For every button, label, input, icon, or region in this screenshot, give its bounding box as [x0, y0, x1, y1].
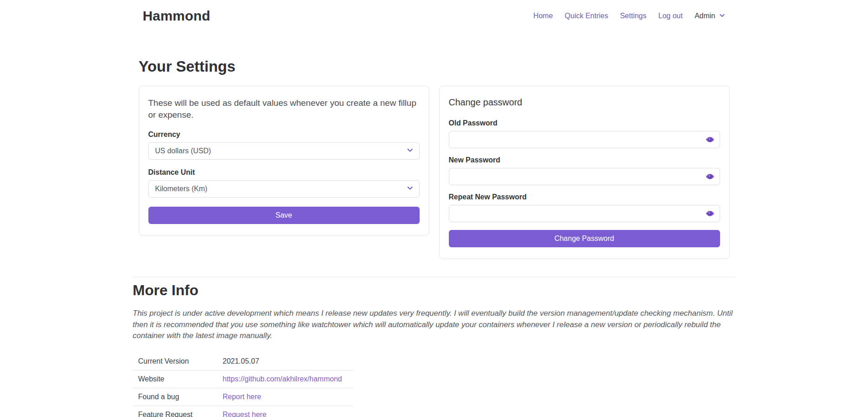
website-link[interactable]: https://github.com/akhilrex/hammond	[223, 375, 342, 383]
table-row: Feature Request Request here	[133, 406, 353, 417]
new-password-input[interactable]	[449, 168, 720, 185]
repeat-password-group: Repeat New Password	[449, 193, 720, 222]
change-password-button[interactable]: Change Password	[449, 230, 720, 247]
info-label: Feature Request	[133, 406, 217, 417]
nav-item-quick-entries[interactable]: Quick Entries	[565, 12, 608, 20]
old-password-wrap	[449, 131, 720, 148]
distance-unit-select[interactable]: Kilometers (Km)	[148, 180, 420, 198]
toggle-repeat-password-visibility-button[interactable]	[705, 209, 715, 218]
app-logo[interactable]: Hammond	[143, 8, 210, 24]
defaults-intro: These will be used as default values whe…	[148, 97, 420, 121]
change-password-card: Change password Old Password New Passwor…	[439, 86, 730, 259]
admin-menu-toggle[interactable]: Admin	[694, 12, 725, 21]
repeat-password-label: Repeat New Password	[449, 193, 720, 201]
old-password-label: Old Password	[449, 119, 720, 127]
old-password-input[interactable]	[449, 131, 720, 148]
settings-section: Your Settings These will be used as defa…	[133, 58, 736, 259]
table-row: Found a bug Report here	[133, 388, 353, 406]
admin-menu-label: Admin	[694, 12, 715, 20]
info-label: Website	[133, 370, 217, 388]
nav-item-home[interactable]: Home	[533, 12, 553, 20]
eye-icon	[705, 209, 715, 218]
new-password-label: New Password	[449, 156, 720, 164]
nav-item-logout[interactable]: Log out	[658, 12, 683, 20]
chevron-down-icon	[406, 184, 414, 193]
info-table: Current Version 2021.05.07 Website https…	[133, 353, 353, 417]
chevron-down-icon	[719, 12, 726, 21]
table-row: Website https://github.com/akhilrex/hamm…	[133, 370, 353, 388]
nav-item-settings[interactable]: Settings	[620, 12, 647, 20]
section-divider	[133, 277, 736, 277]
change-password-title: Change password	[449, 97, 720, 108]
feature-request-link[interactable]: Request here	[223, 411, 267, 417]
old-password-group: Old Password	[449, 119, 720, 148]
toggle-new-password-visibility-button[interactable]	[705, 172, 715, 181]
info-label: Current Version	[133, 353, 217, 370]
currency-select-value: US dollars (USD)	[155, 147, 211, 155]
distance-unit-select-value: Kilometers (Km)	[155, 185, 208, 193]
nav-links: Home Quick Entries Settings Log out Admi…	[533, 12, 725, 21]
development-note: This project is under active development…	[133, 308, 736, 342]
eye-icon	[705, 135, 715, 144]
current-version-value: 2021.05.07	[217, 353, 353, 370]
more-info-section: More Info This project is under active d…	[133, 277, 736, 417]
more-info-title: More Info	[133, 282, 736, 299]
table-row: Current Version 2021.05.07	[133, 353, 353, 370]
eye-icon	[705, 172, 715, 181]
defaults-card: These will be used as default values whe…	[139, 86, 429, 235]
new-password-wrap	[449, 168, 720, 185]
navbar: Hammond Home Quick Entries Settings Log …	[0, 0, 868, 32]
navbar-inner: Hammond Home Quick Entries Settings Log …	[133, 8, 736, 24]
chevron-down-icon	[406, 146, 414, 156]
repeat-password-input[interactable]	[449, 205, 720, 222]
currency-select[interactable]: US dollars (USD)	[148, 142, 420, 160]
currency-label: Currency	[148, 130, 420, 139]
report-bug-link[interactable]: Report here	[223, 393, 262, 401]
distance-unit-label: Distance Unit	[148, 168, 420, 177]
save-button[interactable]: Save	[148, 207, 420, 224]
settings-cards: These will be used as default values whe…	[139, 86, 730, 259]
toggle-old-password-visibility-button[interactable]	[705, 135, 715, 144]
page-title: Your Settings	[139, 58, 730, 75]
info-label: Found a bug	[133, 388, 217, 406]
repeat-password-wrap	[449, 205, 720, 222]
new-password-group: New Password	[449, 156, 720, 185]
